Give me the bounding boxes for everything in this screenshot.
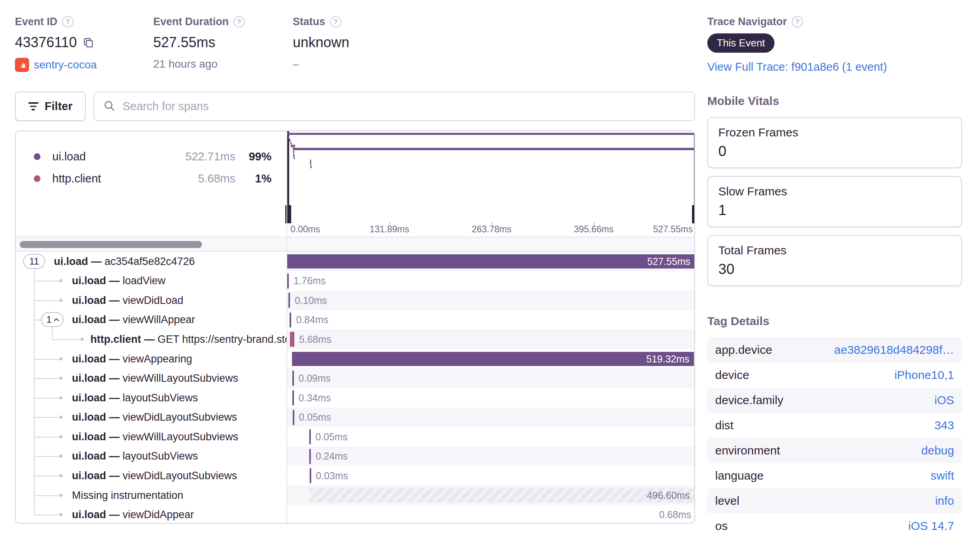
span-waterfall-cell[interactable]: 0.34ms xyxy=(286,388,695,408)
minimap-right-grip[interactable] xyxy=(692,205,695,223)
span-waterfall-cell[interactable]: 0.09ms xyxy=(286,368,695,388)
tag-key: device xyxy=(715,368,749,382)
span-waterfall-cell[interactable]: 0.03ms xyxy=(286,466,695,486)
op-color-dot xyxy=(34,175,40,182)
span-duration: 0.24ms xyxy=(316,451,348,462)
span-bar[interactable]: 519.32ms xyxy=(292,352,694,366)
span-duration: 5.68ms xyxy=(299,334,331,345)
swift-icon xyxy=(15,58,29,72)
help-icon[interactable]: ? xyxy=(792,16,803,28)
tag-details-title: Tag Details xyxy=(707,314,962,328)
span-waterfall-cell[interactable]: 527.55ms xyxy=(286,252,695,271)
this-event-badge: This Event xyxy=(707,33,774,53)
trace-minimap[interactable] xyxy=(287,131,695,222)
span-bar[interactable] xyxy=(694,507,695,522)
span-bar[interactable] xyxy=(287,274,289,289)
span-waterfall-cell[interactable]: 0.84ms xyxy=(286,310,695,330)
span-waterfall-cell[interactable]: 0.05ms xyxy=(286,408,695,427)
axis-tick: 0.00ms xyxy=(290,224,320,235)
copy-icon[interactable] xyxy=(83,37,94,48)
span-bar[interactable] xyxy=(309,449,311,464)
span-row[interactable]: ui.load — viewDidLayoutSubviews0.03ms xyxy=(16,466,695,486)
span-row[interactable]: ui.load — viewDidAppear0.68ms xyxy=(16,505,695,524)
span-row[interactable]: Missing instrumentation496.60ms xyxy=(16,486,695,505)
span-tree-cell[interactable]: ui.load — viewWillLayoutSubviews xyxy=(16,368,286,388)
tag-value-link[interactable]: info xyxy=(935,494,954,508)
span-bar[interactable] xyxy=(290,313,291,327)
project-link[interactable]: sentry-cocoa xyxy=(34,59,97,71)
span-tree-cell[interactable]: ui.load — viewDidLoad xyxy=(16,291,286,310)
tag-value-link[interactable]: debug xyxy=(921,444,954,457)
tag-value-link[interactable]: iPhone10,1 xyxy=(894,368,954,382)
span-row[interactable]: ui.load — viewDidLoad0.10ms xyxy=(16,291,695,310)
span-bar[interactable]: 527.55ms xyxy=(286,254,695,268)
minimap-span-mark xyxy=(293,148,695,150)
span-count-pill[interactable]: 1 xyxy=(41,312,64,327)
span-bar[interactable] xyxy=(293,410,294,425)
tag-value-link[interactable]: swift xyxy=(930,469,954,482)
span-bar[interactable]: 496.60ms xyxy=(310,488,695,502)
tag-value-link[interactable]: iOS 14.7 xyxy=(908,519,954,533)
vital-label: Frozen Frames xyxy=(718,126,951,139)
help-icon[interactable]: ? xyxy=(233,16,245,28)
span-waterfall-cell[interactable]: 0.68ms xyxy=(286,505,695,524)
span-row[interactable]: ui.load — loadView1.76ms xyxy=(16,271,695,291)
tree-scrollbar[interactable] xyxy=(20,241,202,248)
tag-key: device.family xyxy=(715,394,783,407)
span-tree-cell[interactable]: ui.load — layoutSubViews xyxy=(16,388,286,408)
span-tree-cell[interactable]: 1ui.load — viewWillAppear xyxy=(16,310,286,330)
span-tree-cell[interactable]: ui.load — viewAppearing xyxy=(16,349,286,369)
span-row[interactable]: ui.load — viewWillLayoutSubviews0.05ms xyxy=(16,427,695,447)
help-icon[interactable]: ? xyxy=(62,16,73,28)
span-waterfall-cell[interactable]: 0.05ms xyxy=(286,427,695,447)
op-duration: 522.71ms xyxy=(169,150,235,163)
filter-button[interactable]: Filter xyxy=(15,92,86,121)
axis-tick: 263.78ms xyxy=(472,224,511,235)
span-row[interactable]: ui.load — viewWillLayoutSubviews0.09ms xyxy=(16,368,695,388)
span-waterfall-cell[interactable]: 5.68ms xyxy=(286,329,695,349)
span-tree-cell[interactable]: ui.load — viewDidLayoutSubviews xyxy=(16,466,286,486)
span-tree-cell[interactable]: http.client — GET https://sentry-brand.s… xyxy=(16,329,286,349)
span-bar[interactable] xyxy=(290,332,294,347)
span-row[interactable]: ui.load — layoutSubViews0.34ms xyxy=(16,388,695,408)
span-count-pill[interactable]: 11 xyxy=(23,254,45,269)
span-tree-cell[interactable]: ui.load — viewDidAppear xyxy=(16,505,286,524)
span-tree-cell[interactable]: ui.load — viewDidLayoutSubviews xyxy=(16,408,286,427)
span-bar[interactable] xyxy=(310,468,311,483)
span-label: ui.load — viewDidLayoutSubviews xyxy=(72,469,237,482)
span-duration: 0.03ms xyxy=(316,470,348,481)
span-row[interactable]: ui.load — layoutSubViews0.24ms xyxy=(16,447,695,466)
vital-value: 1 xyxy=(718,202,951,219)
span-tree-cell[interactable]: 11ui.load — ac354af5e82c4726 xyxy=(16,252,286,271)
span-bar[interactable] xyxy=(288,293,290,308)
span-bar[interactable] xyxy=(309,429,311,444)
tag-row: os iOS 14.7 xyxy=(707,513,962,537)
span-tree-cell[interactable]: ui.load — loadView xyxy=(16,271,286,291)
span-waterfall-cell[interactable]: 1.76ms xyxy=(286,271,695,291)
span-waterfall-cell[interactable]: 519.32ms xyxy=(286,349,695,369)
span-duration: 0.10ms xyxy=(295,294,327,306)
span-waterfall-cell[interactable]: 0.10ms xyxy=(286,291,695,310)
span-row[interactable]: ui.load — viewAppearing519.32ms xyxy=(16,349,695,369)
span-tree-cell[interactable]: Missing instrumentation xyxy=(16,486,286,505)
span-tree-cell[interactable]: ui.load — viewWillLayoutSubviews xyxy=(16,427,286,447)
span-waterfall-cell[interactable]: 496.60ms xyxy=(286,486,695,505)
span-bar[interactable] xyxy=(292,390,294,405)
span-row[interactable]: http.client — GET https://sentry-brand.s… xyxy=(16,329,695,349)
help-icon[interactable]: ? xyxy=(330,16,341,28)
view-full-trace-link[interactable]: View Full Trace: f901a8e6 (1 event) xyxy=(707,61,887,73)
span-bar[interactable] xyxy=(292,371,294,386)
tag-value-link[interactable]: iOS xyxy=(934,394,954,407)
span-waterfall-cell[interactable]: 0.24ms xyxy=(286,447,695,466)
tree-connector xyxy=(34,515,60,515)
tag-value-link[interactable]: ae3829618d484298f… xyxy=(834,343,954,357)
tag-value-link[interactable]: 343 xyxy=(934,419,954,432)
minimap-span-mark xyxy=(289,139,290,142)
span-row[interactable]: 11ui.load — ac354af5e82c4726527.55ms xyxy=(16,252,695,271)
span-label: ui.load — viewWillAppear xyxy=(72,314,195,326)
search-input[interactable] xyxy=(122,99,686,113)
span-row[interactable]: ui.load — viewDidLayoutSubviews0.05ms xyxy=(16,408,695,427)
span-row[interactable]: 1ui.load — viewWillAppear0.84ms xyxy=(16,310,695,330)
span-tree-cell[interactable]: ui.load — layoutSubViews xyxy=(16,447,286,466)
time-axis: 0.00ms 131.89ms 263.78ms 395.66ms 527.55… xyxy=(287,222,695,237)
